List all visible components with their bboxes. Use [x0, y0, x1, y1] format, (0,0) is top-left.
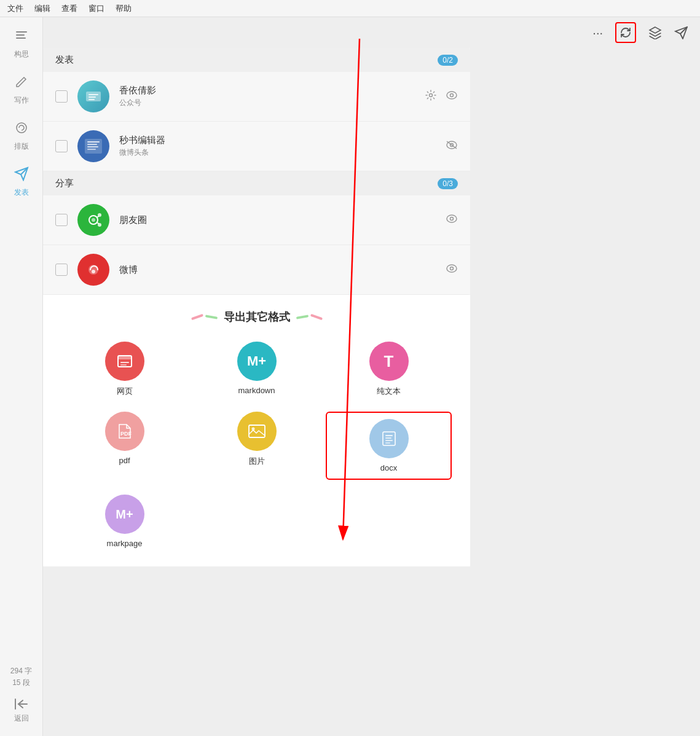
webpage-label: 网页: [117, 386, 133, 397]
svg-rect-6: [88, 96, 96, 98]
export-section: 导出其它格式 网页: [43, 295, 470, 566]
eye-icon-1[interactable]: [446, 90, 458, 103]
svg-rect-41: [385, 440, 393, 441]
menu-view[interactable]: 查看: [61, 3, 77, 14]
publish-label: 发表: [14, 187, 29, 198]
export-markpage[interactable]: M+ markpage: [61, 495, 187, 548]
menu-edit[interactable]: 编辑: [34, 3, 50, 14]
send-button[interactable]: [674, 26, 688, 39]
menu-help[interactable]: 帮助: [116, 3, 132, 14]
docx-label: docx: [380, 463, 397, 472]
plaintext-icon-text: T: [384, 352, 394, 371]
markdown-label: markdown: [238, 386, 275, 395]
share-section-title: 分享: [55, 178, 74, 189]
publish-check-2[interactable]: [55, 140, 68, 152]
avatar-weibo: [77, 254, 109, 286]
write-label: 写作: [14, 95, 29, 106]
svg-rect-40: [385, 437, 391, 439]
layout-label: 排版: [14, 141, 29, 152]
docx-icon-circle: [369, 419, 409, 458]
share-item-1: 朋友圈: [43, 195, 470, 245]
svg-rect-2: [16, 37, 26, 39]
share-check-2[interactable]: [55, 264, 68, 276]
compose-label: 构思: [14, 49, 29, 60]
eye-icon-2[interactable]: [446, 140, 458, 153]
publish-panel: 发表 0/2 香依倩影 公众号: [43, 48, 470, 295]
deco-line-3: [296, 315, 308, 319]
avatar-miaoshu: [77, 130, 109, 162]
publish-item-1-type: 公众号: [119, 98, 415, 108]
share-item-1-name: 朋友圈: [119, 214, 436, 226]
stats-display: 294 字 15 段: [10, 665, 32, 689]
svg-rect-39: [385, 435, 393, 436]
svg-rect-7: [88, 99, 95, 100]
layers-button[interactable]: [648, 26, 662, 39]
settings-icon-1[interactable]: [425, 89, 437, 104]
svg-rect-0: [16, 31, 27, 33]
sidebar-item-layout[interactable]: 排版: [0, 115, 42, 157]
webpage-icon-circle: [105, 342, 144, 381]
menu-file[interactable]: 文件: [7, 3, 23, 14]
share-item-2-info: 微博: [119, 264, 436, 276]
sidebar-item-compose[interactable]: 构思: [0, 23, 42, 65]
more-button[interactable]: ···: [592, 26, 603, 40]
menu-window[interactable]: 窗口: [88, 3, 104, 14]
menu-bar: 文件 编辑 查看 窗口 帮助: [0, 0, 700, 17]
share-item-2: 微博: [43, 245, 470, 295]
svg-point-26: [450, 217, 454, 220]
publish-badge: 0/2: [438, 55, 458, 66]
svg-rect-33: [120, 362, 129, 363]
deco-right: [296, 316, 323, 318]
sidebar-item-publish[interactable]: 发表: [0, 162, 42, 203]
avatar-pengyouquan: [77, 204, 109, 236]
svg-point-9: [447, 92, 457, 99]
export-plaintext[interactable]: T 纯文本: [326, 342, 452, 397]
write-icon: [14, 74, 29, 93]
export-webpage[interactable]: 网页: [61, 342, 187, 397]
toolbar: ···: [43, 17, 700, 48]
return-icon: [14, 697, 29, 711]
share-item-2-actions: [446, 264, 458, 276]
para-count: 15 段: [10, 677, 32, 689]
export-pdf[interactable]: PDF pdf: [61, 412, 187, 480]
refresh-button[interactable]: [615, 22, 636, 43]
eye-icon-3[interactable]: [446, 214, 458, 227]
export-title-row: 导出其它格式: [61, 310, 452, 324]
share-badge: 0/3: [438, 178, 458, 189]
svg-text:PDF: PDF: [120, 431, 132, 437]
svg-rect-36: [249, 425, 265, 437]
publish-item-2-actions: [446, 140, 458, 153]
publish-item-2-info: 秒书编辑器 微博头条: [119, 135, 436, 158]
publish-item-2-name: 秒书编辑器: [119, 135, 436, 146]
publish-item-1-actions: [425, 89, 458, 104]
share-item-1-info: 朋友圈: [119, 214, 436, 226]
image-label: 图片: [249, 456, 265, 467]
svg-point-3: [17, 123, 26, 133]
svg-rect-14: [87, 146, 98, 147]
compose-icon: [14, 28, 29, 47]
export-markdown[interactable]: M+ markdown: [194, 342, 320, 397]
markdown-icon-circle: M+: [237, 342, 277, 381]
export-docx[interactable]: docx: [326, 412, 452, 480]
export-grid: 网页 M+ markdown T 纯文本: [61, 342, 452, 548]
return-button[interactable]: 返回: [14, 697, 29, 724]
eye-icon-4[interactable]: [446, 264, 458, 276]
share-check-1[interactable]: [55, 214, 68, 226]
plaintext-icon-circle: T: [369, 342, 409, 381]
sidebar-item-write[interactable]: 写作: [0, 69, 42, 111]
share-item-2-name: 微博: [119, 264, 436, 276]
deco-left: [191, 316, 218, 318]
svg-rect-15: [87, 149, 96, 150]
svg-point-20: [92, 218, 95, 222]
svg-rect-13: [87, 144, 97, 145]
pdf-label: pdf: [119, 456, 130, 465]
markpage-label: markpage: [107, 539, 143, 548]
publish-item-2: 秒书编辑器 微博头条: [43, 122, 470, 171]
export-image[interactable]: 图片: [194, 412, 320, 480]
export-title: 导出其它格式: [224, 310, 290, 324]
svg-point-28: [92, 270, 95, 273]
svg-rect-5: [88, 94, 98, 95]
publish-check-1[interactable]: [55, 90, 68, 103]
svg-point-29: [447, 265, 457, 272]
publish-item-1: 香依倩影 公众号: [43, 72, 470, 122]
